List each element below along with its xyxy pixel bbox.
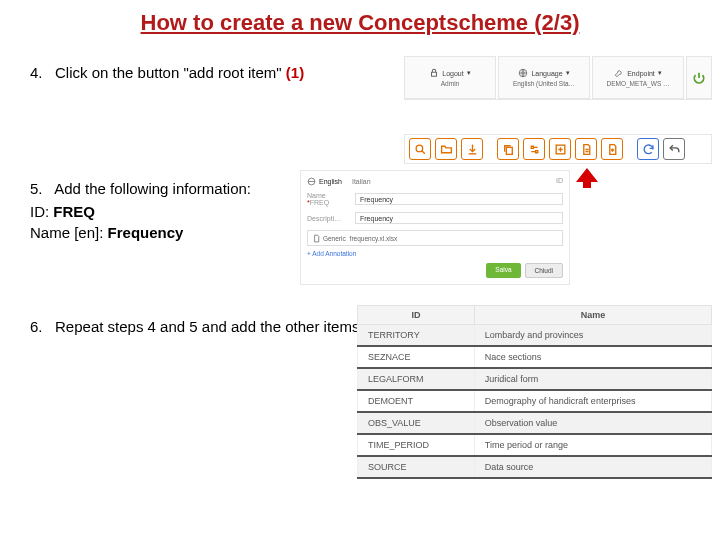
table-row[interactable]: TIME_PERIODTime period or range	[358, 434, 712, 456]
table-row[interactable]: SEZNACENace sections	[358, 346, 712, 368]
power-button[interactable]	[686, 56, 712, 99]
generic-label: Generic	[323, 235, 346, 242]
add-annotation-link[interactable]: + Add Annotation	[307, 250, 563, 257]
power-icon	[692, 71, 706, 85]
app-header: Logout ▾ Admin Language ▾ English (Unite…	[404, 56, 712, 100]
name-input[interactable]: Frequency	[355, 193, 563, 205]
tools-icon	[528, 143, 541, 156]
table-row[interactable]: SOURCEData source	[358, 456, 712, 478]
description-input[interactable]: Frequency	[355, 212, 563, 224]
tab-english-label: English	[319, 178, 342, 185]
step-5-num: 5.	[30, 180, 43, 197]
add-root-item-icon	[554, 143, 567, 156]
step-4: 4. Click on the button "add root item" (…	[30, 62, 390, 85]
globe-icon	[518, 68, 528, 78]
endpoint-select[interactable]: Endpoint ▾ DEMO_META_WS …	[592, 56, 684, 99]
undo-icon	[668, 143, 681, 156]
refresh-icon	[642, 143, 655, 156]
step-4-num: 4.	[30, 64, 43, 81]
file-plus-icon	[606, 143, 619, 156]
download-icon	[466, 143, 479, 156]
add-root-item-button[interactable]	[549, 138, 571, 160]
chevron-down-icon: ▾	[658, 69, 662, 77]
file-icon	[312, 234, 321, 243]
chevron-down-icon: ▾	[566, 69, 570, 77]
form-id-header: ID	[556, 177, 563, 186]
table-row[interactable]: TERRITORYLombardy and provinces	[358, 325, 712, 347]
search-icon	[414, 143, 427, 156]
lock-icon	[429, 68, 439, 78]
language-sub: English (United Sta…	[513, 80, 575, 87]
items-table: ID Name TERRITORYLombardy and provinces …	[357, 305, 712, 479]
col-id: ID	[358, 306, 475, 325]
table-row[interactable]: OBS_VALUEObservation value	[358, 412, 712, 434]
col-name: Name	[474, 306, 711, 325]
open-button[interactable]	[435, 138, 457, 160]
globe-icon	[307, 177, 316, 186]
endpoint-label: Endpoint	[627, 70, 655, 77]
step-4-text: Click on the button "add root item"	[55, 64, 282, 81]
folder-icon	[440, 143, 453, 156]
step-6-num: 6.	[30, 318, 43, 335]
new-doc-button[interactable]	[575, 138, 597, 160]
item-form: English Italian ID Name *FREQ Frequency …	[300, 170, 570, 285]
step-5-text: Add the following information:	[54, 180, 251, 197]
add-file-button[interactable]	[601, 138, 623, 160]
tab-english[interactable]: English	[307, 177, 342, 186]
tab-italian-label: Italian	[352, 178, 371, 185]
document-icon	[580, 143, 593, 156]
tools-button[interactable]	[523, 138, 545, 160]
step-4-ref: (1)	[286, 64, 304, 81]
logout-label: Logout	[442, 70, 463, 77]
form-name-label: Name *FREQ	[307, 192, 349, 206]
table-row[interactable]: LEGALFORMJuridical form	[358, 368, 712, 390]
copy-icon	[502, 143, 515, 156]
undo-button[interactable]	[663, 138, 685, 160]
generic-value: frequency.xl.xlsx	[350, 235, 398, 242]
step-6: 6. Repeat steps 4 and 5 and add the othe…	[30, 316, 390, 339]
save-button[interactable]: Salva	[486, 263, 520, 278]
search-button[interactable]	[409, 138, 431, 160]
wrench-icon	[614, 68, 624, 78]
endpoint-sub: DEMO_META_WS …	[606, 80, 669, 87]
attachment-row[interactable]: Generic frequency.xl.xlsx	[307, 230, 563, 246]
step-5-id-label: ID:	[30, 203, 49, 220]
step-5-name-label: Name [en]:	[30, 224, 103, 241]
form-desc-label: Descripti…	[307, 215, 349, 222]
table-row[interactable]: DEMOENTDemography of handicraft enterpri…	[358, 390, 712, 412]
refresh-button[interactable]	[637, 138, 659, 160]
svg-rect-3	[506, 147, 512, 154]
language-select[interactable]: Language ▾ English (United Sta…	[498, 56, 590, 99]
toolbar	[404, 134, 712, 164]
annotation-arrow-icon	[574, 168, 600, 188]
chevron-down-icon: ▾	[467, 69, 471, 77]
svg-rect-0	[432, 72, 437, 76]
page-title: How to create a new Conceptscheme (2/3)	[0, 0, 720, 54]
copy-button[interactable]	[497, 138, 519, 160]
download-button[interactable]	[461, 138, 483, 160]
cancel-button[interactable]: Chiudi	[525, 263, 563, 278]
tab-italian[interactable]: Italian	[352, 177, 371, 186]
logout-sub: Admin	[441, 80, 459, 87]
step-6-text: Repeat steps 4 and 5 and add the other i…	[55, 318, 359, 335]
language-label: Language	[531, 70, 562, 77]
step-5-name-value: Frequency	[108, 224, 184, 241]
logout-button[interactable]: Logout ▾ Admin	[404, 56, 496, 99]
step-5-id-value: FREQ	[53, 203, 95, 220]
